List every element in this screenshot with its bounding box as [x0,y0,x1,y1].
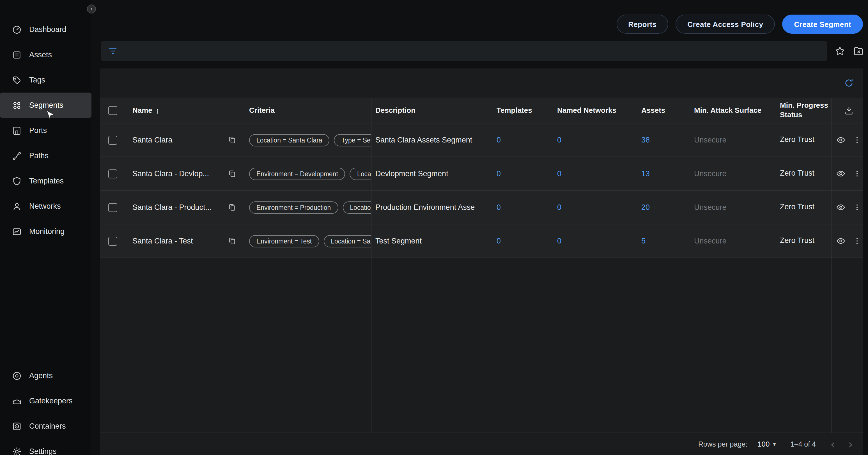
copy-icon[interactable] [227,237,236,245]
column-header-assets[interactable]: Assets [636,106,686,115]
sidebar-collapse-button[interactable]: ‹ [87,4,96,13]
create-segment-button[interactable]: Create Segment [782,14,863,34]
assets-count-link[interactable]: 38 [641,136,650,144]
sidebar-item-label: Templates [29,177,64,185]
sidebar-item-monitoring[interactable]: Monitoring [0,219,91,244]
criteria-cell: Location = Santa Clara Type = Serv [240,134,371,146]
segments-table-panel: Name ↑ Criteria Description Templates Na… [100,68,863,455]
sidebar-item-tags[interactable]: Tags [0,67,91,93]
create-access-policy-button[interactable]: Create Access Policy [676,14,775,34]
filter-search-input[interactable] [101,41,827,61]
assets-count-link[interactable]: 13 [641,170,650,178]
column-header-named-networks[interactable]: Named Networks [552,106,636,115]
sidebar-item-paths[interactable]: Paths [0,143,91,168]
row-checkbox[interactable] [108,237,117,245]
sidebar-item-dashboard[interactable]: Dashboard [0,17,91,42]
criteria-cell: Environment = Test Location = Sar [240,235,371,247]
pinned-right-column-divider [832,98,832,432]
table-row[interactable]: Santa Clara Location = Santa Clara Type … [100,123,863,157]
select-all-checkbox[interactable] [108,106,117,115]
criteria-chip: Environment = Development [249,168,345,180]
sidebar-item-gatekeepers[interactable]: Gatekeepers [0,388,91,414]
table-row[interactable]: Santa Clara - Test Environment = Test Lo… [100,224,863,258]
templates-count-link[interactable]: 0 [497,203,501,212]
refresh-icon[interactable] [844,78,854,88]
copy-icon[interactable] [227,203,236,212]
view-eye-icon[interactable] [836,135,845,145]
ports-icon [12,125,22,135]
templates-count-link[interactable]: 0 [497,170,501,178]
dashboard-icon [12,24,22,34]
criteria-cell: Environment = Production Locatio [240,201,371,213]
segment-name: Santa Clara - Product... [125,203,223,212]
sidebar-item-ports[interactable]: Ports [0,118,91,143]
kebab-menu-icon[interactable] [853,170,861,178]
templates-count-link[interactable]: 0 [497,237,501,245]
sidebar-item-assets[interactable]: Assets [0,42,91,67]
view-eye-icon[interactable] [836,203,845,212]
column-header-description[interactable]: Description [371,106,492,115]
table-row[interactable]: Santa Clara - Product... Environment = P… [100,191,863,224]
sidebar-item-settings[interactable]: Settings [0,439,91,455]
sidebar-item-label: Tags [29,76,45,84]
named-networks-count-link[interactable]: 0 [557,203,561,212]
min-attack-surface-value: Unsecure [694,237,726,245]
column-header-label: Min. Attack Surface [694,106,762,115]
next-page-button[interactable]: › [848,438,853,450]
criteria-chip: Location = Sar [323,235,371,247]
table-row[interactable]: Santa Clara - Devlop... Environment = De… [100,157,863,191]
row-checkbox[interactable] [108,203,117,212]
column-header-criteria[interactable]: Criteria [240,106,371,115]
kebab-menu-icon[interactable] [853,237,861,245]
column-header-templates[interactable]: Templates [492,106,552,115]
segment-name: Santa Clara [125,136,223,144]
filter-icon [108,46,118,56]
named-networks-count-link[interactable]: 0 [557,170,561,178]
copy-icon[interactable] [227,170,236,178]
table-header-row: Name ↑ Criteria Description Templates Na… [100,98,863,123]
sidebar-item-agents[interactable]: Agents [0,363,91,388]
criteria-chip: Loca [350,168,371,180]
sidebar-item-containers[interactable]: Containers [0,414,91,439]
min-attack-surface-value: Unsecure [694,136,726,144]
gatekeepers-icon [12,396,22,406]
column-header-min-attack-surface[interactable]: Min. Attack Surface [686,106,773,115]
networks-icon [12,201,22,211]
rows-per-page-label: Rows per page: [698,440,747,448]
sidebar-item-networks[interactable]: Networks [0,193,91,219]
sidebar-item-templates[interactable]: Templates [0,168,91,193]
sidebar: ‹ Dashboard Assets Tags [0,0,91,455]
view-eye-icon[interactable] [836,236,845,246]
column-header-min-progress-status[interactable]: Min. Progress Status [773,101,832,120]
column-header-label: Named Networks [557,106,616,115]
column-header-label: Criteria [249,106,275,115]
reports-button[interactable]: Reports [616,14,668,34]
row-checkbox[interactable] [108,135,117,145]
rows-per-page-select[interactable]: 100 ▾ [757,440,776,448]
column-header-label: Description [375,106,415,115]
copy-icon[interactable] [227,136,236,144]
table-toolbar [100,68,863,98]
column-header-name[interactable]: Name ↑ [125,106,223,115]
sidebar-item-segments[interactable]: Segments [0,93,91,118]
folder-icon[interactable] [853,46,864,57]
criteria-cell: Environment = Development Loca [240,168,371,180]
templates-count-link[interactable]: 0 [497,136,501,144]
previous-page-button[interactable]: ‹ [830,438,835,450]
assets-count-link[interactable]: 20 [641,203,650,212]
star-icon[interactable] [834,46,845,57]
named-networks-count-link[interactable]: 0 [557,237,561,245]
named-networks-count-link[interactable]: 0 [557,136,561,144]
assets-count-link[interactable]: 5 [641,237,646,245]
segment-description: Devlopment Segment [371,170,492,178]
view-eye-icon[interactable] [836,169,845,178]
kebab-menu-icon[interactable] [853,203,861,212]
sidebar-item-label: Paths [29,151,49,160]
app-root: ‹ Dashboard Assets Tags [0,0,868,455]
sidebar-item-label: Settings [29,447,57,455]
min-progress-status-value: Zero Trust [773,236,832,246]
row-checkbox[interactable] [108,169,117,178]
segment-description: Santa Clara Assets Segment [371,136,492,144]
export-download-icon[interactable] [844,105,854,115]
kebab-menu-icon[interactable] [853,136,861,144]
